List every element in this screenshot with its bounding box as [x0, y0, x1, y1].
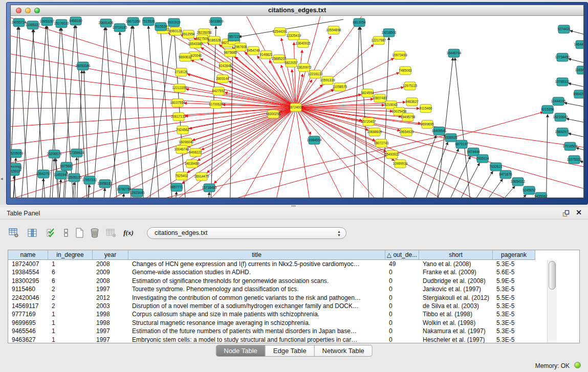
table-cell[interactable]: 0 — [385, 310, 419, 318]
table-cell[interactable]: Nakamura et al. (1997) — [419, 327, 493, 335]
table-row[interactable]: 1938455462009Genome-wide association stu… — [8, 268, 579, 276]
memory-status-indicator-icon[interactable] — [574, 362, 581, 368]
table-row[interactable]: 1872400712008Changes of HCN gene express… — [8, 260, 579, 268]
graph-node[interactable]: 15493922 — [385, 150, 400, 159]
table-cell[interactable]: 0 — [385, 302, 419, 310]
graph-node[interactable]: 9242848 — [219, 62, 232, 70]
table-cell[interactable]: 5.3E-5 — [493, 302, 535, 310]
table-cell[interactable]: Yano et al. (2008) — [419, 260, 493, 268]
table-cell[interactable]: 2008 — [93, 260, 128, 268]
table-cell[interactable]: 14569117 — [8, 302, 48, 310]
table-cell[interactable]: Dudbridge et al. (2008) — [419, 277, 493, 285]
table-cell[interactable]: 5.9E-5 — [493, 277, 535, 285]
table-row[interactable]: 2242004622012Investigating the contribut… — [8, 294, 579, 302]
graph-node[interactable]: 9890632 — [179, 53, 192, 61]
graph-node[interactable]: 8471676 — [499, 170, 512, 179]
graph-node[interactable]: 18300295 — [266, 110, 281, 118]
graph-node[interactable]: 19495758 — [401, 113, 416, 121]
table-cell[interactable]: 5.3E-5 — [493, 327, 535, 335]
table-cell[interactable]: 2 — [48, 294, 93, 302]
table-cell[interactable]: 1997 — [93, 285, 128, 293]
table-cell[interactable]: 1997 — [93, 336, 128, 343]
graph-node[interactable]: 6879197 — [455, 140, 468, 148]
table-cell[interactable]: de Silva et al. (2003) — [419, 302, 493, 310]
column-header-short[interactable]: short — [419, 250, 493, 260]
scrollbar-thumb[interactable] — [549, 261, 556, 290]
graph-node[interactable]: 12213359 — [172, 84, 187, 92]
table-cell[interactable]: Franke et al. (2009) — [419, 268, 493, 276]
graph-node[interactable]: 6466160 — [69, 17, 82, 25]
graph-node[interactable]: 11700624 — [209, 100, 224, 108]
graph-node[interactable]: 9115460 — [420, 104, 432, 113]
table-row[interactable]: 1456911722003Disruption of a novel membe… — [8, 302, 579, 310]
table-cell[interactable]: 2009 — [93, 268, 128, 276]
show-columns-icon[interactable] — [26, 226, 39, 239]
graph-node[interactable]: 12923445 — [130, 189, 145, 197]
table-cell[interactable]: 5.3E-5 — [493, 285, 535, 293]
table-cell[interactable]: 6 — [48, 277, 93, 285]
graph-node[interactable]: 11075333 — [567, 156, 582, 164]
graph-node[interactable]: 9338925 — [444, 134, 458, 142]
graph-node[interactable]: 12444195 — [551, 97, 566, 105]
table-cell[interactable]: Tibbo et al. (1998) — [419, 310, 493, 318]
table-cell[interactable]: 0 — [385, 327, 419, 335]
graph-node[interactable]: 26053346 — [76, 62, 91, 70]
graph-node[interactable]: 8964203 — [573, 90, 583, 98]
tab-node-table[interactable]: Node Table — [215, 345, 266, 357]
graph-node[interactable]: 20617133 — [171, 113, 186, 121]
table-cell[interactable]: 0 — [385, 336, 419, 343]
graph-node[interactable]: 13640915 — [296, 39, 311, 48]
graph-node[interactable]: 8912954 — [182, 30, 195, 38]
table-cell[interactable]: 49 — [385, 260, 419, 268]
column-header-pagerank[interactable]: pagerank — [493, 250, 535, 260]
network-window-titlebar[interactable]: citations_edges.txt — [11, 5, 583, 16]
close-window-button[interactable] — [16, 8, 21, 13]
minimize-window-button[interactable] — [25, 8, 31, 13]
new-table-icon[interactable] — [73, 226, 86, 239]
table-settings-icon[interactable] — [7, 226, 20, 239]
graph-node[interactable]: 19384554 — [307, 136, 322, 144]
table-cell[interactable]: 19384554 — [8, 268, 48, 276]
table-cell[interactable]: 1 — [48, 336, 93, 343]
table-cell[interactable]: Tourette syndrome. Phenomenology and cla… — [128, 285, 385, 293]
table-cell[interactable]: Genome-wide association studies in ADHD. — [128, 268, 385, 276]
table-cell[interactable]: 1997 — [93, 327, 128, 335]
graph-node[interactable]: 10046748 — [175, 145, 189, 154]
table-cell[interactable]: 0 — [385, 285, 419, 293]
graph-node[interactable]: 15276020 — [54, 19, 69, 28]
table-cell[interactable]: Stergiakouli et al. (2012) — [419, 294, 493, 302]
graph-node[interactable]: 6822057 — [285, 59, 298, 67]
table-cell[interactable]: Estimation of significance thresholds fo… — [128, 277, 385, 285]
graph-node[interactable]: 2718126 — [175, 68, 188, 76]
table-cell[interactable]: 18724007 — [8, 260, 48, 268]
graph-node[interactable]: 16033809 — [209, 17, 224, 26]
graph-node[interactable]: 10554898 — [326, 26, 341, 34]
graph-node[interactable]: 20206576 — [47, 150, 62, 158]
table-cell[interactable]: Corpus callosum shape and size in male p… — [128, 310, 385, 318]
graph-node[interactable]: 9975887 — [60, 162, 73, 170]
graph-node[interactable]: 12734450 — [555, 53, 570, 61]
graph-node[interactable]: 9857771 — [170, 183, 183, 191]
graph-node[interactable]: 8454749 — [247, 47, 260, 55]
table-cell[interactable]: Jankovic et al. (1997) — [419, 285, 493, 293]
table-cell[interactable]: 9115460 — [8, 285, 48, 293]
graph-node[interactable]: 12216133 — [308, 70, 323, 78]
row-layout-icon[interactable] — [59, 226, 73, 239]
table-cell[interactable]: Changes of HCN gene expression and I(f) … — [128, 260, 385, 268]
table-cell[interactable]: Structural magnetic resonance image aver… — [128, 319, 385, 327]
table-cell[interactable]: Investigating the contribution of common… — [128, 294, 385, 302]
graph-node[interactable]: 18724007 — [289, 103, 303, 112]
table-cell[interactable]: 1998 — [93, 319, 128, 327]
tab-edge-table[interactable]: Edge Table — [266, 345, 315, 357]
table-cell[interactable]: 9465546 — [8, 327, 48, 335]
graph-node[interactable]: 25205059 — [11, 149, 24, 158]
graph-node[interactable]: 8427552 — [212, 87, 225, 95]
float-panel-icon[interactable] — [562, 210, 570, 217]
graph-node[interactable]: 7515526 — [142, 17, 155, 26]
splitter-grip-icon[interactable] — [291, 205, 296, 207]
graph-node[interactable]: 11058575 — [333, 83, 347, 91]
table-vertical-scrollbar[interactable] — [547, 260, 557, 343]
table-cell[interactable]: Estimation of the future numbers of pati… — [128, 327, 385, 335]
table-row[interactable]: 946362711997Embryonic stem cells: a mode… — [8, 336, 579, 343]
graph-node[interactable]: 17957222 — [82, 176, 97, 184]
